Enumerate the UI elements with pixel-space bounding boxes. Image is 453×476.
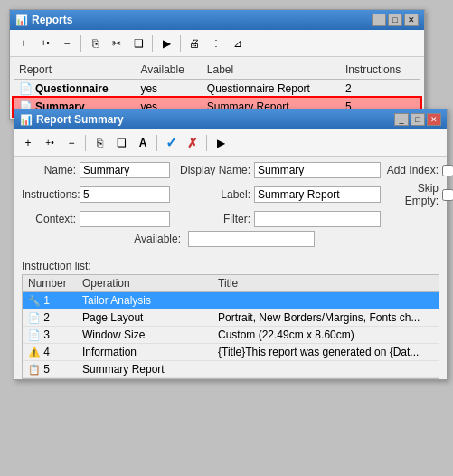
filter-label: Filter: (174, 213, 250, 225)
sep2 (152, 35, 153, 52)
context-input[interactable] (80, 211, 170, 227)
form-row-instructions: Instructions: Label: Skip Empty: (22, 182, 439, 207)
name-input[interactable] (80, 162, 170, 178)
list-item[interactable]: 📄 2 Page Layout Portrait, New Borders/Ma… (23, 309, 439, 327)
inst-icon: 📄 (28, 329, 41, 340)
reports-close-btn[interactable]: ✕ (404, 14, 419, 26)
inst-icon: ⚠️ (28, 347, 41, 357)
sep4 (85, 135, 86, 151)
add-index-checkbox[interactable] (442, 165, 453, 176)
inst-num-cell: 📋 5 (23, 361, 77, 378)
report-available-cell: yes (135, 80, 201, 99)
sep1 (80, 35, 81, 52)
summary-cancel-btn[interactable]: ✗ (183, 133, 203, 153)
reports-window: 📊 Reports _ □ ✕ + +• − ⎘ ✂ ❑ ▶ 🖨 ⋮ ⊿ Rep… (9, 9, 425, 120)
list-item[interactable]: 📋 5 Summary Report (23, 361, 439, 378)
inst-icon: 🔧 (28, 295, 41, 306)
inst-operation-cell: Summary Report (77, 361, 212, 378)
summary-title-text: Report Summary (36, 113, 124, 126)
inst-icon: 📋 (28, 364, 41, 375)
display-name-input[interactable] (254, 162, 381, 178)
inst-icon: 📄 (28, 312, 41, 323)
reports-win-controls: _ □ ✕ (372, 14, 419, 26)
summary-add-btn[interactable]: + (18, 133, 38, 153)
summary-close-btn[interactable]: ✕ (427, 113, 441, 126)
summary-copy2-btn[interactable]: ❑ (111, 133, 131, 153)
reports-title-text: Reports (32, 14, 72, 26)
summary-add-child-btn[interactable]: +• (40, 133, 60, 153)
reports-table: Report Available Label Instructions 📄Que… (14, 61, 420, 116)
sep6 (206, 135, 207, 151)
summary-confirm-btn[interactable]: ✓ (161, 133, 181, 153)
reports-play-btn[interactable]: ▶ (156, 33, 176, 53)
col-instructions: Instructions (340, 61, 420, 80)
reports-add-btn[interactable]: + (14, 33, 33, 53)
inst-col-number: Number (23, 275, 77, 292)
sep5 (156, 135, 157, 151)
inst-num-cell: ⚠️ 4 (23, 344, 77, 361)
summary-title-left: 📊 Report Summary (20, 113, 124, 126)
inst-table-container: Number Operation Title 🔧 1 Tailor Analys… (22, 274, 439, 379)
reports-filter-btn[interactable]: ⊿ (228, 33, 248, 53)
summary-window: 📊 Report Summary _ □ ✕ + +• − ⎘ ❑ A ✓ ✗ … (14, 109, 448, 380)
reports-add-child-btn[interactable]: +• (35, 33, 55, 53)
instruction-list-label: Instruction list: (14, 256, 447, 274)
inst-table: Number Operation Title 🔧 1 Tailor Analys… (23, 275, 439, 378)
summary-copy-btn[interactable]: ⎘ (90, 133, 109, 153)
inst-title-cell: {Title}This report was generated on {Dat… (212, 344, 439, 361)
col-report: Report (14, 61, 135, 80)
reports-print-btn[interactable]: 🖨 (184, 33, 204, 53)
label-input[interactable] (254, 186, 381, 203)
form-row-available: Available: (22, 231, 439, 247)
sep3 (180, 35, 181, 52)
form-row-name: Name: Display Name: Add Index: (22, 162, 439, 178)
summary-title-icon: 📊 (20, 114, 33, 126)
report-instructions-cell: 2 (340, 80, 420, 99)
instructions-label: Instructions: (22, 188, 76, 201)
summary-play-btn[interactable]: ▶ (211, 133, 231, 153)
inst-operation-cell: Information (77, 344, 212, 361)
summary-font-btn[interactable]: A (133, 133, 153, 153)
summary-win-controls: _ □ ✕ (394, 113, 441, 126)
list-item[interactable]: ⚠️ 4 Information {Title}This report was … (23, 344, 439, 361)
available-input[interactable] (188, 231, 315, 247)
list-item[interactable]: 📄 3 Window Size Custom (22.49cm x 8.60cm… (23, 327, 439, 344)
report-label-cell: Questionnaire Report (202, 80, 340, 99)
skip-empty-checkbox[interactable] (442, 189, 453, 201)
report-name-cell: 📄Questionnaire (14, 80, 135, 99)
reports-title-icon: 📊 (15, 14, 28, 26)
reports-tree-btn[interactable]: ⋮ (206, 33, 226, 53)
skip-empty-label: Skip Empty: (384, 182, 439, 207)
context-label: Context: (22, 213, 76, 225)
inst-title-cell (212, 292, 439, 309)
inst-title-cell: Portrait, New Borders/Margins, Fonts ch.… (212, 309, 439, 327)
inst-num-cell: 📄 2 (23, 309, 77, 327)
reports-cut-btn[interactable]: ✂ (107, 33, 127, 53)
table-row[interactable]: 📄Questionnaire yes Questionnaire Report … (14, 80, 420, 99)
inst-col-title: Title (212, 275, 439, 292)
filter-input[interactable] (254, 211, 381, 227)
label-label: Label: (174, 188, 250, 201)
summary-title-bar: 📊 Report Summary _ □ ✕ (14, 109, 447, 129)
inst-num-cell: 📄 3 (23, 327, 77, 344)
summary-maximize-btn[interactable]: □ (411, 113, 425, 126)
display-name-label: Display Name: (174, 164, 250, 176)
reports-title-left: 📊 Reports (15, 14, 72, 26)
reports-minimize-btn[interactable]: _ (372, 14, 386, 26)
reports-paste-btn[interactable]: ❑ (128, 33, 148, 53)
reports-toolbar: + +• − ⎘ ✂ ❑ ▶ 🖨 ⋮ ⊿ (10, 30, 424, 57)
summary-remove-btn[interactable]: − (61, 133, 81, 153)
summary-minimize-btn[interactable]: _ (394, 113, 409, 126)
inst-num-cell: 🔧 1 (23, 292, 77, 309)
instructions-input[interactable] (80, 186, 170, 203)
inst-title-cell: Custom (22.49cm x 8.60cm) (212, 327, 439, 344)
list-item[interactable]: 🔧 1 Tailor Analysis (23, 292, 439, 309)
report-icon: 📄 (19, 82, 33, 95)
inst-operation-cell: Page Layout (77, 309, 212, 327)
reports-maximize-btn[interactable]: □ (388, 14, 402, 26)
inst-operation-cell: Tailor Analysis (77, 292, 212, 309)
name-label: Name: (22, 164, 76, 176)
inst-col-operation: Operation (77, 275, 212, 292)
reports-copy-btn[interactable]: ⎘ (85, 33, 105, 53)
reports-remove-btn[interactable]: − (57, 33, 77, 53)
